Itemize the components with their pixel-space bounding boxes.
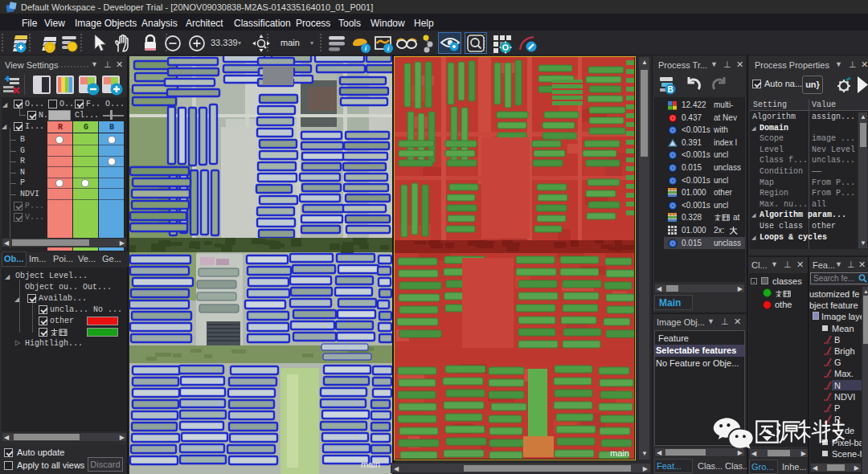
svg-text:B: B: [667, 85, 673, 94]
